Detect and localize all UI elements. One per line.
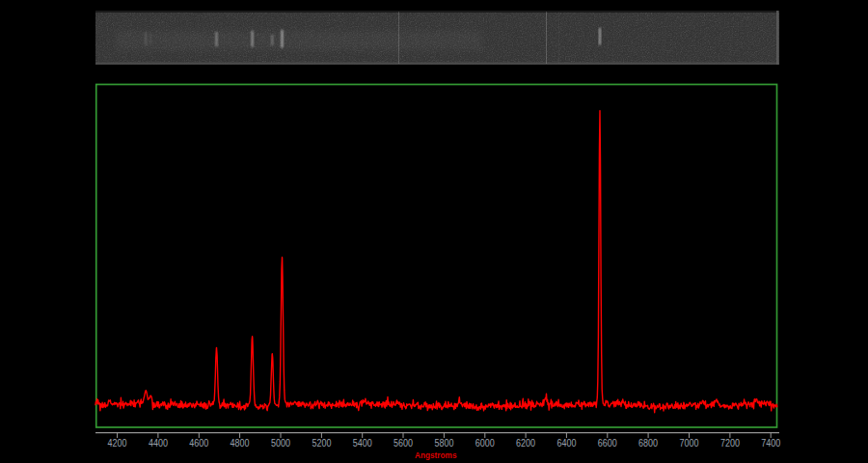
svg-text:5800: 5800 (434, 437, 453, 449)
svg-text:6800: 6800 (638, 437, 658, 449)
svg-text:Angstroms: Angstroms (415, 449, 457, 460)
svg-text:6600: 6600 (598, 437, 617, 449)
svg-text:5000: 5000 (271, 437, 290, 449)
svg-text:4800: 4800 (231, 437, 250, 449)
svg-text:4400: 4400 (149, 437, 168, 449)
svg-text:6000: 6000 (475, 437, 495, 449)
svg-text:5600: 5600 (393, 437, 413, 449)
svg-text:7000: 7000 (680, 437, 699, 449)
svg-text:7200: 7200 (720, 437, 740, 449)
svg-text:4200: 4200 (108, 437, 127, 449)
svg-text:6200: 6200 (516, 437, 535, 449)
svg-text:6400: 6400 (556, 437, 576, 449)
svg-text:7400: 7400 (761, 437, 780, 449)
svg-text:5400: 5400 (353, 437, 372, 449)
svg-text:4600: 4600 (189, 437, 208, 449)
svg-text:5200: 5200 (312, 437, 331, 449)
